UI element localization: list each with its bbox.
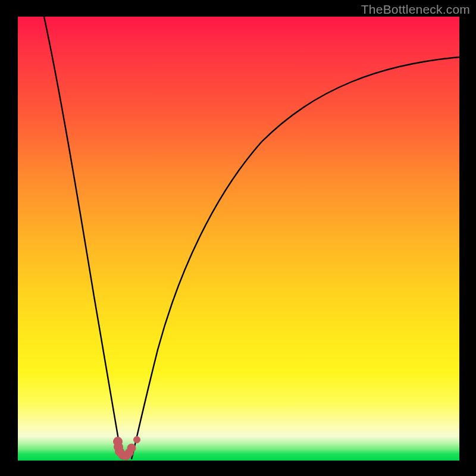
watermark: TheBottleneck.com bbox=[361, 2, 470, 17]
highlight-cluster bbox=[114, 437, 140, 461]
svg-point-6 bbox=[127, 444, 136, 452]
curve-right-branch bbox=[131, 57, 459, 459]
svg-point-7 bbox=[134, 437, 140, 443]
plot-area bbox=[18, 17, 459, 461]
curve-left-branch bbox=[44, 17, 123, 459]
chart-frame: TheBottleneck.com bbox=[0, 0, 476, 476]
curve-layer bbox=[18, 17, 459, 461]
